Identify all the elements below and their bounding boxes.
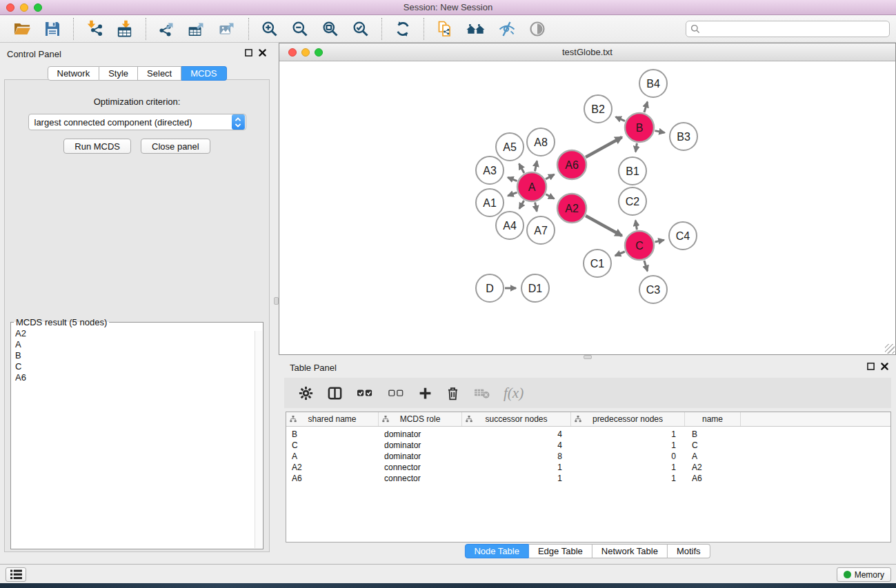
select-all-button[interactable] [356,385,374,401]
memory-button[interactable]: Memory [837,567,891,582]
edge-A2-C[interactable] [586,216,622,236]
table-cell: A [286,452,379,461]
horizontal-split-grip[interactable] [584,355,592,359]
hide-graphics-details-button[interactable] [498,20,516,38]
zoom-in-button[interactable] [261,20,279,38]
edge-A6-B[interactable] [586,137,622,157]
edge-A-A2[interactable] [546,194,554,199]
tab-select[interactable]: Select [138,66,181,81]
open-session-button[interactable] [13,20,31,38]
show-column-button[interactable] [327,385,343,401]
edge-A-A1[interactable] [508,192,517,196]
mcds-buttons-row: Run MCDS Close panel [5,139,269,154]
table-cell: A2 [685,463,741,472]
run-mcds-button[interactable]: Run MCDS [63,139,131,154]
edge-A-A7[interactable] [535,203,537,212]
node-label: B2 [591,103,605,115]
add-column-button[interactable] [418,386,432,401]
tab-style[interactable]: Style [99,66,138,81]
edge-B-B4[interactable] [644,102,648,112]
edge-A-A3[interactable] [508,177,517,181]
settings-button[interactable] [298,385,314,401]
mcds-result-item[interactable]: C [15,361,263,372]
task-history-button[interactable] [6,567,26,582]
control-panel-close-button[interactable] [259,49,266,57]
show-graphics-details-button[interactable] [528,20,546,38]
vertical-split-grip[interactable] [274,297,279,305]
import-network-button[interactable] [86,20,103,38]
table-row[interactable]: A6connector11A6 [286,473,890,484]
table-cell: 1 [571,474,685,483]
mcds-result-item[interactable]: A6 [15,372,263,383]
save-session-button[interactable] [43,20,61,38]
table-toolbar: f(x) [284,378,891,408]
table-cell: A [685,452,741,461]
column-header-name[interactable]: name [685,412,741,426]
function-builder-button[interactable]: f(x) [504,385,524,402]
mcds-result-item[interactable]: A [15,339,263,350]
window-resize-grip[interactable] [885,344,895,354]
mcds-result-item[interactable]: B [15,350,263,361]
toolbar-separator [146,18,146,40]
table-cell: 1 [571,440,685,450]
table-row[interactable]: Cdominator41C [286,440,890,451]
delete-column-button[interactable] [446,385,460,401]
edge-A-A4[interactable] [519,201,524,209]
table-panel-close-button[interactable] [881,363,888,370]
network-zoom-button[interactable] [315,48,323,57]
edge-B-B1[interactable] [635,143,637,152]
edge-C-C3[interactable] [644,261,648,271]
edge-C-C4[interactable] [655,240,664,242]
column-header-predecessor-nodes[interactable]: predecessor nodes [571,412,685,426]
control-panel-float-button[interactable] [245,49,252,57]
deselect-all-icon [387,385,405,401]
column-header-successor-nodes[interactable]: successor nodes [462,412,571,426]
import-network-icon [86,20,103,38]
table-cell: dominator [379,452,462,461]
zoom-fit-button[interactable] [321,20,339,38]
optimization-criterion-dropdown[interactable]: largest connected component (directed) [28,114,246,130]
tab-mcds[interactable]: MCDS [181,66,226,81]
edge-A-A5[interactable] [519,164,524,173]
node-label: D1 [528,283,543,294]
close-panel-button[interactable]: Close panel [141,139,210,154]
export-network-button[interactable] [158,20,176,38]
zoom-out-button[interactable] [291,20,309,38]
edge-B-B2[interactable] [616,117,626,121]
clone-network-button[interactable] [436,20,454,38]
edge-C-C1[interactable] [615,252,625,256]
export-image-button[interactable] [219,20,237,38]
tab-network[interactable]: Network [47,66,99,81]
node-label: B4 [646,78,660,90]
tab-network-table[interactable]: Network Table [593,544,668,558]
network-close-button[interactable] [288,48,297,57]
tab-motifs[interactable]: Motifs [668,544,710,558]
node-label: C [635,240,644,252]
network-canvas[interactable]: B4B2BB3A5A8A6B1A3AA1C2A2A4A7C4CC1C3DD1 [279,61,895,354]
search-input[interactable] [704,24,885,34]
table-row[interactable]: A2connector11A2 [286,462,890,473]
import-table-button[interactable] [116,20,134,38]
refresh-layout-button[interactable] [394,20,412,38]
optimization-criterion-label: Optimization criterion: [5,97,269,107]
table-row[interactable]: Bdominator41B [286,429,890,440]
result-scrollbar[interactable] [255,331,262,548]
edge-A-A8[interactable] [535,161,537,172]
edge-B-B3[interactable] [655,131,665,133]
column-header-MCDS-role[interactable]: MCDS role [379,412,462,426]
node-table: shared nameMCDS rolesuccessor nodesprede… [286,412,891,543]
table-panel-float-button[interactable] [867,363,875,370]
table-row[interactable]: Adominator80A [286,451,890,462]
mcds-result-item[interactable]: A2 [15,328,263,339]
zoom-selected-button[interactable] [352,20,370,38]
tab-node-table[interactable]: Node Table [464,544,529,558]
column-header-shared-name[interactable]: shared name [286,412,379,426]
network-minimize-button[interactable] [301,48,310,57]
table-header-row: shared nameMCDS rolesuccessor nodesprede… [286,412,890,427]
deselect-all-button[interactable] [387,385,405,401]
tab-edge-table[interactable]: Edge Table [529,544,593,558]
home-view-button[interactable] [466,21,486,37]
edge-C-C2[interactable] [635,221,637,230]
edge-A-A6[interactable] [546,174,555,179]
export-table-button[interactable] [188,20,206,38]
